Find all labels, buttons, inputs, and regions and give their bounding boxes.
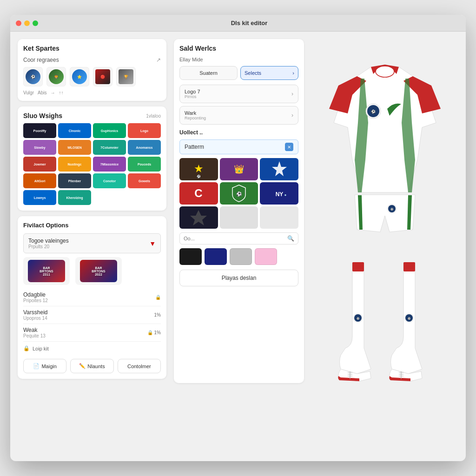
- sponsor-6[interactable]: WLOSEN: [58, 140, 91, 155]
- filter-item-2-name: Varssheid: [23, 309, 47, 316]
- sponsor-5[interactable]: Slowby: [23, 140, 56, 155]
- contolmer-button[interactable]: Contolmer: [118, 359, 161, 373]
- nlaunts-label: Nlaunts: [87, 364, 105, 369]
- minimize-button[interactable]: [24, 20, 30, 26]
- kit-meta: Vulgr Abis → ↑↑: [23, 90, 161, 95]
- sponsor-3[interactable]: GupHonics: [93, 123, 126, 138]
- sponsor-9[interactable]: Jowmer: [23, 157, 56, 172]
- pattern-header: Patterm ✕: [179, 139, 298, 154]
- search-icon: 🔍: [287, 235, 294, 242]
- pattern-item-5[interactable]: ⚽: [220, 182, 258, 205]
- logo-submenu-content: Logo 7 Pirrios: [185, 89, 200, 99]
- sponsor-7[interactable]: 7Columnier: [93, 140, 126, 155]
- selects-arrow-icon: ›: [292, 70, 294, 76]
- kit-logo-4[interactable]: 🔴: [93, 67, 112, 86]
- left-panel: Ket Spartes Coor regraees ↗ ⚽ 🦁 ⭐: [18, 39, 166, 383]
- sponsor-15[interactable]: Conotor: [93, 173, 126, 188]
- sponsor-13[interactable]: AltGori: [23, 173, 56, 188]
- filter-item-3-sub: Pequite 13: [23, 333, 46, 338]
- sponsor-17[interactable]: Loweys: [23, 190, 56, 205]
- sponsor-12[interactable]: Pouceds: [128, 157, 161, 172]
- wark-submenu[interactable]: Wark Repoonting ›: [179, 106, 298, 125]
- pattern-item-3[interactable]: [260, 158, 298, 180]
- pattern-item-7[interactable]: [179, 206, 218, 229]
- color-header-label: Coor regraees: [23, 57, 59, 63]
- nlaunts-button[interactable]: ✏️ Nlaunts: [70, 359, 113, 373]
- wark-submenu-content: Wark Repoonting: [185, 110, 206, 120]
- filter-item-3-badge: 🔒 1%: [147, 330, 161, 335]
- maigin-button[interactable]: 📄 Maigin: [23, 359, 66, 373]
- featured-logo-1-label: BARBRTONS2311: [28, 260, 65, 282]
- titlebar: Dls kit editor: [10, 15, 466, 32]
- pattern-item-1[interactable]: ★⚽: [179, 158, 218, 180]
- nlaunts-icon: ✏️: [79, 363, 86, 369]
- sponsor-11[interactable]: 7Mlassmice: [93, 157, 126, 172]
- filter-item-3-name: Weak: [23, 327, 46, 333]
- playas-button[interactable]: Playas deslan: [179, 270, 298, 286]
- pattern-item-2[interactable]: 👑: [220, 158, 258, 180]
- sponsor-4[interactable]: Logo: [128, 123, 161, 138]
- svg-text:👑: 👑: [234, 164, 245, 174]
- pattern-item-8[interactable]: [220, 206, 258, 229]
- dropdown-content: Togoe valeinges Prpults 20: [28, 238, 69, 249]
- logo-submenu-arrow: ›: [291, 91, 293, 97]
- color-swatch-pink[interactable]: [255, 248, 277, 265]
- logo-badge-5: 🏆: [119, 69, 133, 84]
- kit-meta-abis: Abis: [38, 90, 46, 95]
- svg-rect-23: [403, 262, 415, 271]
- filter-dropdown[interactable]: Togoe valeinges Prpults 20 ▼: [23, 233, 161, 253]
- svg-text:⚽: ⚽: [408, 317, 411, 320]
- sponsor-8[interactable]: Anomanss: [128, 140, 161, 155]
- pattern-label: Patterm: [185, 144, 204, 150]
- playas-label: Playas deslan: [222, 275, 257, 281]
- svg-text:●: ●: [284, 193, 286, 197]
- color-swatch-black[interactable]: [179, 248, 202, 265]
- sponsor-2[interactable]: Clnonic: [58, 123, 91, 138]
- sponsor-18[interactable]: Kherolzing: [58, 190, 91, 205]
- featured-logo-1[interactable]: BARBRTONS2311: [23, 257, 70, 285]
- kit-socks-svg: ⚽ ⚽: [334, 262, 436, 383]
- sponsors-grid: Poonlffy Clnonic GupHonics Logo Slowby W…: [23, 123, 161, 205]
- kit-logo-2[interactable]: 🦁: [46, 67, 66, 86]
- close-button[interactable]: [16, 20, 21, 26]
- wark-submenu-label: Wark: [185, 110, 206, 116]
- dropdown-label: Togoe valeinges: [28, 238, 69, 244]
- suatern-button[interactable]: Suatern: [179, 66, 238, 80]
- lock-icon: 🔒: [23, 345, 30, 351]
- contolmer-label: Contolmer: [127, 364, 151, 369]
- filter-item-2: Varssheid Upopros 14 1%: [23, 306, 161, 324]
- featured-logo-2[interactable]: BARBRTONS2022: [75, 257, 122, 285]
- color-expand-icon[interactable]: ↗: [156, 57, 161, 63]
- svg-text:C: C: [195, 187, 203, 199]
- logo-submenu-sub: Pirrios: [185, 94, 200, 99]
- logo-badge-2: 🦁: [49, 69, 64, 84]
- kit-logo-5[interactable]: 🏆: [116, 67, 136, 86]
- pattern-item-6[interactable]: NY●: [260, 182, 298, 205]
- color-search-input[interactable]: [184, 236, 287, 241]
- kit-spartes-title: Ket Spartes: [23, 45, 161, 52]
- kit-logo-1[interactable]: ⚽: [23, 67, 43, 86]
- svg-text:⚽: ⚽: [371, 109, 376, 114]
- app-window: Dls kit editor Ket Spartes Coor regraees…: [10, 15, 466, 461]
- sponsor-10[interactable]: Nustingc: [58, 157, 91, 172]
- selects-button[interactable]: Selects ›: [240, 66, 298, 80]
- sponsor-1[interactable]: Poonlffy: [23, 123, 56, 138]
- featured-logo-2-label: BARBRTONS2022: [80, 260, 117, 282]
- pattern-item-4[interactable]: C: [179, 182, 218, 205]
- sponsor-16[interactable]: Gowels: [128, 173, 161, 188]
- logo-submenu[interactable]: Logo 7 Pirrios ›: [179, 85, 298, 103]
- pattern-close-button[interactable]: ✕: [285, 143, 293, 151]
- svg-point-8: [376, 66, 394, 77]
- lock-row[interactable]: 🔒 Loip kit: [23, 342, 161, 355]
- maximize-button[interactable]: [33, 20, 38, 26]
- filter-item-2-sub: Upopros 14: [23, 316, 47, 321]
- sponsor-14[interactable]: Pllenber: [58, 173, 91, 188]
- color-swatch-navy[interactable]: [205, 248, 227, 265]
- color-swatch-silver[interactable]: [230, 248, 252, 265]
- svg-text:⚽: ⚽: [390, 208, 394, 211]
- pattern-item-9[interactable]: [260, 206, 298, 229]
- filter-item-1-badge: 🔒: [155, 295, 161, 300]
- lock-label: Loip kit: [33, 346, 49, 351]
- kit-logo-3[interactable]: ⭐: [70, 67, 89, 86]
- selects-inner: Selects ›: [245, 70, 294, 76]
